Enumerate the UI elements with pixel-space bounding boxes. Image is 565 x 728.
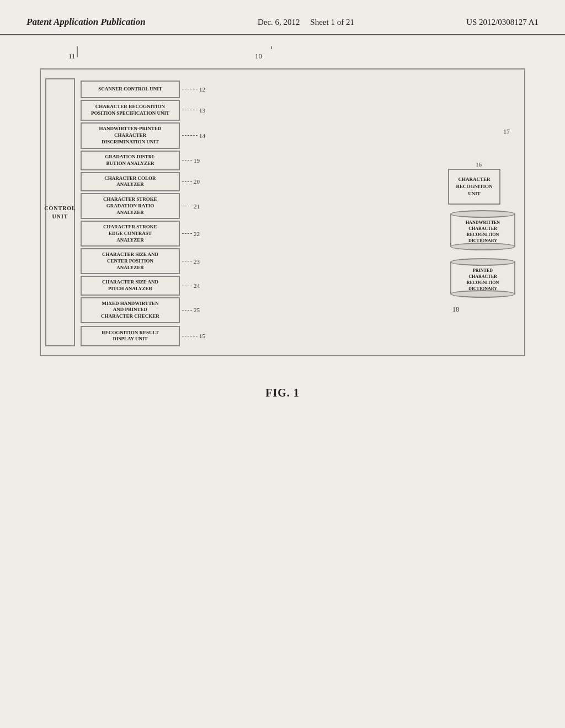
- label-17-text: 17: [503, 128, 510, 136]
- label-15: 15: [199, 333, 205, 339]
- label-20: 20: [194, 178, 200, 185]
- connector-13: [182, 110, 198, 110]
- label-19: 19: [194, 157, 200, 164]
- label-13: 13: [199, 107, 205, 114]
- control-unit-box: CONTROLUNIT: [45, 78, 75, 346]
- char-size-pitch-box: CHARACTER SIZE ANDPITCH ANALYZER: [81, 276, 180, 295]
- connector-19: [182, 160, 192, 160]
- label-11: 11: [68, 52, 76, 61]
- label-21: 21: [194, 203, 200, 210]
- right-section: 16 CHARACTERRECOGNITIONUNIT 17 HANDWRITT…: [441, 78, 515, 346]
- mixed-hw-box: MIXED HANDWIRTTENAND PRINTEDCHARACTER CH…: [81, 297, 180, 323]
- label-12: 12: [199, 86, 205, 93]
- page-header: Patent Application Publication Dec. 6, 2…: [0, 0, 565, 35]
- scanner-control-unit-box: SCANNER CONTROL UNIT: [81, 81, 180, 98]
- outer-box-10: CONTROLUNIT SCANNER CONTROL UNIT 12 CHAR…: [40, 68, 525, 356]
- patent-number: US 2012/0308127 A1: [466, 15, 539, 27]
- char-recognition-unit-box: CHARACTERRECOGNITIONUNIT: [448, 169, 500, 205]
- connector-14: [182, 135, 198, 136]
- dict-handwritten-label: HANDWRITTENCHARACTERRECOGNITIONDICTIONAR…: [450, 214, 515, 247]
- block-row-char-stroke-edge: CHARACTER STROKEEDGE CONTRASTANALYZER 22: [81, 221, 441, 247]
- publication-title: Patent Application Publication: [26, 15, 146, 29]
- dict-section: HANDWRITTENCHARACTERRECOGNITIONDICTIONAR…: [450, 210, 515, 314]
- char-stroke-grad-box: CHARACTER STROKEGRADATION RATIOANALYZER: [81, 193, 180, 219]
- publication-date: Dec. 6, 2012: [258, 18, 300, 26]
- center-column: SCANNER CONTROL UNIT 12 CHARACTER RECOGN…: [75, 78, 441, 346]
- connector-24: [182, 286, 192, 286]
- recog-result-box: RECOGNITION RESULTDISPLAY UNIT: [81, 326, 180, 346]
- label-18-text: 18: [452, 306, 515, 314]
- header-center: Dec. 6, 2012 Sheet 1 of 21: [258, 15, 354, 27]
- block-row-char-size-pitch: CHARACTER SIZE ANDPITCH ANALYZER 24: [81, 276, 441, 295]
- block-row-scanner: SCANNER CONTROL UNIT 12: [81, 81, 441, 98]
- block-row-mixed-hw: MIXED HANDWIRTTENAND PRINTEDCHARACTER CH…: [81, 297, 441, 323]
- connector-20: [182, 181, 192, 182]
- dict-printed: PRINTEDCHARACTERRECOGNITIONDICTIONARY: [450, 258, 515, 298]
- gradation-box: GRADATION DISTRI-BUTION ANALYZER: [81, 151, 180, 170]
- sheet-info: Sheet 1 of 21: [310, 18, 354, 26]
- label-14: 14: [199, 132, 205, 139]
- char-recog-pos-box: CHARACTER RECOGNITIONPOSITION SPECIFICAT…: [81, 100, 180, 121]
- main-diagram: 11 10 CONTROLUNIT SCANNER CONTROL UNIT 1…: [40, 68, 525, 399]
- label-22: 22: [194, 231, 200, 237]
- char-size-center-box: CHARACTER SIZE ANDCENTER POSITIONANALYZE…: [81, 248, 180, 274]
- block-row-gradation: GRADATION DISTRI-BUTION ANALYZER 19: [81, 151, 441, 170]
- block-row-char-stroke-grad: CHARACTER STROKEGRADATION RATIOANALYZER …: [81, 193, 441, 219]
- connector-12: [182, 89, 198, 89]
- char-color-box: CHARACTER COLORANALYZER: [81, 172, 180, 191]
- connector-21: [182, 206, 192, 206]
- label-24: 24: [194, 282, 200, 289]
- dict-handwritten: HANDWRITTENCHARACTERRECOGNITIONDICTIONAR…: [450, 210, 515, 250]
- block-row-hw-printed: HANDWIRTTEN-PRINTEDCHARACTERDISCRIMINATI…: [81, 122, 441, 149]
- block-row-recog-result: RECOGNITION RESULTDISPLAY UNIT 15: [81, 326, 441, 346]
- label-10: 10: [255, 52, 262, 61]
- label-23: 23: [194, 258, 200, 265]
- block-row-char-recog: CHARACTER RECOGNITIONPOSITION SPECIFICAT…: [81, 100, 441, 121]
- block-row-char-size-center: CHARACTER SIZE ANDCENTER POSITIONANALYZE…: [81, 248, 441, 274]
- label-16-text: 16: [476, 161, 482, 168]
- figure-caption: FIG. 1: [40, 387, 525, 399]
- connector-25: [182, 310, 192, 311]
- block-row-char-color: CHARACTER COLORANALYZER 20: [81, 172, 441, 191]
- char-stroke-edge-box: CHARACTER STROKEEDGE CONTRASTANALYZER: [81, 221, 180, 247]
- connector-15: [182, 336, 198, 336]
- connector-23: [182, 261, 192, 261]
- connector-22: [182, 233, 192, 234]
- inner-layout: CONTROLUNIT SCANNER CONTROL UNIT 12 CHAR…: [45, 78, 515, 346]
- dict-printed-label: PRINTEDCHARACTERRECOGNITIONDICTIONARY: [450, 262, 515, 295]
- label-25: 25: [194, 307, 200, 313]
- hw-printed-box: HANDWIRTTEN-PRINTEDCHARACTERDISCRIMINATI…: [81, 122, 180, 149]
